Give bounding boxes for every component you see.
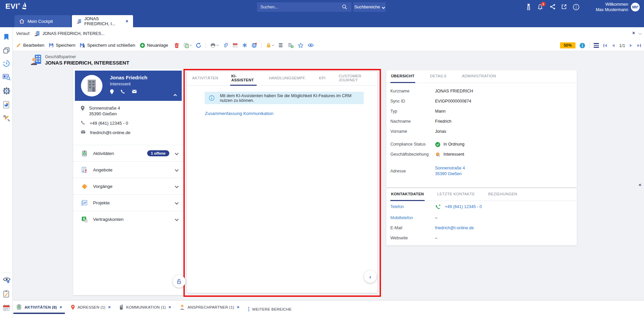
email-link[interactable]: friedrich@t-online.de <box>435 226 474 230</box>
info-icon[interactable] <box>579 43 585 48</box>
next-page-icon[interactable] <box>629 43 633 48</box>
tab-jonas-friedrich[interactable]: JONAS FRIEDRICH, I... × <box>72 15 133 27</box>
tab-administration[interactable]: ADMINISTRATION <box>461 70 497 83</box>
previous-page-icon[interactable] <box>611 43 615 48</box>
lighthouse-icon[interactable] <box>526 3 531 10</box>
tab-handlungsempf[interactable]: HANDLUNGSEMPF. <box>268 72 307 86</box>
field-kurzname: KurznameJONAS FRIEDRICH <box>390 89 473 93</box>
history-label: Verlauf: <box>16 31 30 36</box>
footer-tab-aktivitaeten[interactable]: AKTIVITÄTEN (8) × <box>16 304 62 314</box>
app-window: EVI® Suchbereiche 1 <box>0 0 644 318</box>
tab-uebersicht[interactable]: ÜBERSICHT <box>390 70 415 83</box>
toolbar-separator <box>206 43 206 48</box>
refresh-icon[interactable] <box>196 43 201 48</box>
tab-ki-assistent[interactable]: KI-ASSISTENT <box>230 72 257 86</box>
dataset-stack-icon[interactable] <box>278 43 283 48</box>
new-record-button[interactable]: Neuanlage <box>140 43 168 48</box>
address-link-line2[interactable]: 35390 Gießen <box>435 171 465 177</box>
copy-record-button[interactable] <box>183 43 191 48</box>
calendar-icon[interactable] <box>3 304 10 311</box>
toolbar-separator <box>261 43 262 48</box>
process-gear-icon[interactable] <box>3 87 10 95</box>
save-icon <box>49 43 54 48</box>
accordion-projekte[interactable]: Projekte <box>73 194 183 211</box>
phone-icon[interactable] <box>120 89 125 94</box>
tools-icon[interactable] <box>3 115 10 122</box>
watch-eye-star-icon[interactable] <box>3 277 11 284</box>
accordion-vertragskonten[interactable]: $ Vertragskonten <box>73 211 183 227</box>
collapse-card-chevron-icon[interactable] <box>174 94 177 97</box>
relations-asterisk-icon[interactable] <box>242 43 247 48</box>
favorite-star-icon[interactable] <box>298 43 303 48</box>
add-to-database-icon[interactable] <box>288 43 294 48</box>
tab-details[interactable]: DETAILS <box>429 70 447 83</box>
activities-clipboard-icon <box>16 304 22 310</box>
first-page-icon[interactable] <box>603 43 607 48</box>
copy-pages-icon[interactable] <box>3 47 10 54</box>
partner-relation: Interessent <box>110 82 131 86</box>
edit-button[interactable]: Bearbeiten <box>16 43 44 48</box>
search-scope-dropdown[interactable]: Suchbereiche <box>353 2 386 12</box>
save-button[interactable]: Speichern <box>49 43 76 48</box>
footer-more-areas-button[interactable]: WEITERE BEREICHE <box>248 307 292 311</box>
attachment-paperclip-icon[interactable] <box>223 43 228 48</box>
share-icon[interactable] <box>550 4 556 10</box>
location-pin-icon[interactable] <box>110 89 114 94</box>
tab-letzte-kontakte[interactable]: LETZTE KONTAKTE <box>437 188 476 201</box>
print-button[interactable] <box>210 43 218 48</box>
overview-card: ÜBERSICHT DETAILS ADMINISTRATION Kurznam… <box>386 70 577 187</box>
footer-tab-ansprechpartner[interactable]: ANSPRECHPARTNER (1) × <box>180 305 239 314</box>
address-link-line1[interactable]: Sonnenstraße 4 <box>435 165 465 171</box>
offers-document-icon <box>81 167 87 173</box>
notes-clipboard-icon[interactable] <box>3 290 10 298</box>
tab-customer-journey[interactable]: CUSTOMER JOURNEY <box>338 72 377 86</box>
open-external-icon[interactable] <box>561 4 567 10</box>
close-history-icon[interactable]: × <box>632 30 635 36</box>
last-page-icon[interactable] <box>637 43 641 48</box>
search-icon[interactable] <box>342 4 347 9</box>
completion-progress-badge[interactable]: 50% <box>560 42 575 48</box>
toolbar-right-group: 50% 1/1 <box>560 40 641 51</box>
expand-right-panel-icon[interactable]: « <box>639 182 641 187</box>
footer-tab-kommunikation[interactable]: KOMMUNIKATION (1) × <box>119 304 171 314</box>
close-tab-icon[interactable]: × <box>59 305 62 310</box>
phone-icon <box>81 120 85 125</box>
web-globe-icon[interactable] <box>252 43 257 48</box>
record-search-icon[interactable] <box>3 73 11 81</box>
history-entry[interactable]: JONAS FRIEDRICH, INTERES... <box>42 31 104 36</box>
tab-aktivitaeten[interactable]: AKTIVITÄTEN <box>191 72 219 86</box>
zusammenfassung-kommunikation-link[interactable]: Zusammenfassung Kommunikation <box>205 111 273 116</box>
close-tab-icon[interactable]: × <box>108 305 111 310</box>
business-partner-icon <box>34 31 40 36</box>
tab-beziehungen[interactable]: BEZIEHUNGEN <box>487 188 518 201</box>
save-close-button[interactable]: Speichern und schließen <box>80 43 135 48</box>
phone-link[interactable]: +49 (641) 12345 - 0 <box>445 204 482 210</box>
appointments-calendar-icon[interactable] <box>232 43 238 48</box>
call-outgoing-icon[interactable] <box>435 204 441 210</box>
lock-button[interactable] <box>266 43 274 48</box>
close-tab-icon[interactable]: × <box>126 18 128 24</box>
accordion-vorgaenge[interactable]: Vorgänge <box>73 178 183 194</box>
tab-kontaktdaten[interactable]: KONTAKTDATEN <box>390 188 425 201</box>
collapse-panel-button[interactable]: ‹ <box>364 270 377 283</box>
accordion-label: Aktivitäten <box>93 151 114 156</box>
tab-mein-cockpit[interactable]: Mein Cockpit <box>14 15 71 27</box>
lock-floating-button[interactable] <box>173 275 185 288</box>
accordion-angebote[interactable]: Angebote <box>73 161 183 178</box>
search-input[interactable] <box>257 2 351 12</box>
footer-tab-adressen[interactable]: ADRESSEN (1) × <box>71 305 111 314</box>
delete-trash-icon[interactable] <box>174 43 179 48</box>
mail-icon[interactable] <box>132 89 137 94</box>
report-document-icon[interactable] <box>3 101 10 109</box>
accordion-aktivitaeten[interactable]: Aktivitäten 1 offene <box>73 145 183 161</box>
menu-hamburger-icon[interactable] <box>594 43 599 48</box>
top-header-bar: EVI® Suchbereiche 1 <box>0 0 644 14</box>
more-options-icon[interactable] <box>573 4 579 10</box>
history-clock-icon[interactable] <box>3 60 10 67</box>
bookmark-icon[interactable] <box>3 33 10 41</box>
tab-kpi[interactable]: KPI <box>318 72 326 86</box>
close-tab-icon[interactable]: × <box>237 305 240 310</box>
partner-name: Jonas Friedrich <box>110 75 147 80</box>
watch-eye-icon[interactable] <box>308 43 314 47</box>
close-tab-icon[interactable]: × <box>169 305 171 310</box>
